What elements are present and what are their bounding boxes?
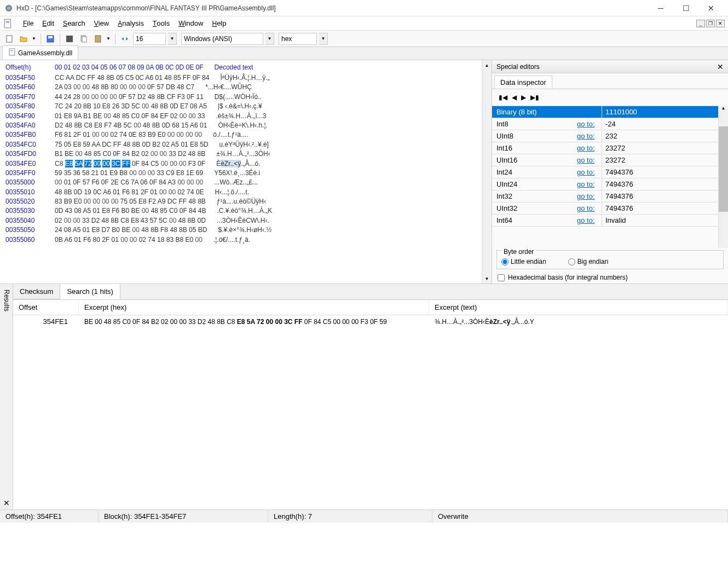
cut-button[interactable] (63, 33, 76, 45)
goto-link[interactable]: go to: (577, 192, 602, 200)
hex-basis-checkbox[interactable]: Hexadecimal basis (for integral numbers) (492, 271, 728, 284)
menu-view[interactable]: View (90, 17, 114, 30)
inspector-row[interactable]: UInt16go to:23272 (492, 154, 718, 166)
save-button[interactable] (44, 33, 56, 45)
menu-analysis[interactable]: Analysis (113, 17, 148, 30)
open-button[interactable] (18, 33, 30, 45)
document-tab[interactable]: GameAssembly.dll (2, 45, 78, 60)
checksum-tab[interactable]: Checksum (13, 284, 60, 299)
little-endian-radio[interactable]: Little endian (501, 258, 546, 265)
prev-button[interactable]: ◀ (512, 94, 517, 101)
inspector-row[interactable]: Int64go to:Invalid (492, 215, 718, 227)
search-results-tab[interactable]: Search (1 hits) (60, 284, 120, 299)
menu-search[interactable]: Search (59, 17, 90, 30)
inspector-nav: ▮◀ ◀ ▶ ▶▮ (492, 89, 728, 106)
charset-select[interactable] (181, 33, 263, 45)
inspector-row[interactable]: Binary (8 bit)11101000 (492, 106, 718, 118)
big-endian-radio[interactable]: Big endian (568, 258, 609, 265)
inspector-row[interactable]: Int16go to:23272 (492, 142, 718, 154)
hex-row[interactable]: 0035502083 B9 E0 00 00 00 00 75 05 E8 F2… (5, 197, 482, 206)
menu-edit[interactable]: Edit (38, 17, 59, 30)
inspector-close-button[interactable]: ✕ (717, 62, 724, 71)
close-button[interactable]: ✕ (698, 0, 724, 16)
paste-dropdown[interactable]: ▼ (106, 36, 112, 41)
hex-row[interactable]: 0035501048 8B 0D 19 0C A6 01 F6 81 2F 01… (5, 188, 482, 197)
goto-link[interactable]: go to: (577, 216, 602, 224)
result-hex: BE 00 48 85 C0 0F 84 B2 02 00 00 33 D2 4… (79, 315, 429, 328)
next-button[interactable]: ▶ (521, 94, 526, 101)
results-header-text[interactable]: Excerpt (text) (429, 300, 728, 315)
inspector-row[interactable]: Int8go to:-24 (492, 118, 718, 130)
results-sidebar: Results ✕ (0, 284, 13, 510)
hex-scrollbar[interactable]: ▲ ▼ (482, 60, 492, 284)
hex-row[interactable]: 00354FD0B1 BE 00 48 85 C0 0F 84 B2 02 00… (5, 149, 482, 159)
paste-button[interactable] (92, 33, 104, 45)
mdi-close-button[interactable]: ✕ (716, 20, 725, 27)
hex-row[interactable]: 00354F602A 03 00 00 48 8B 80 00 00 00 0F… (5, 83, 482, 92)
bytes-per-row-input[interactable] (133, 33, 166, 45)
hex-rows[interactable]: 00354F50CC AA DC FF 48 8B 05 C5 0C A6 01… (5, 73, 482, 245)
results-row[interactable]: 354FE1 BE 00 48 85 C0 0F 84 B2 02 00 00 … (13, 315, 728, 328)
results-close-button[interactable]: ✕ (3, 499, 10, 507)
number-base-dropdown[interactable]: ▼ (319, 33, 328, 45)
inspector-scrollbar[interactable]: ▲ (718, 106, 728, 248)
hex-row[interactable]: 00354FB0F6 81 2F 01 00 00 02 74 0E 83 B9… (5, 130, 482, 140)
menu-tools[interactable]: Tools (148, 17, 174, 30)
scroll-up-button[interactable]: ▲ (482, 60, 492, 70)
goto-link[interactable]: go to: (577, 168, 602, 176)
scroll-down-button[interactable]: ▼ (482, 274, 492, 284)
goto-link[interactable]: go to: (577, 120, 602, 128)
inspector-row[interactable]: Int24go to:7494376 (492, 166, 718, 178)
hex-row[interactable]: 00354FE0C8 E8 5A 72 00 00 3C FF 0F 84 C5… (5, 159, 482, 169)
hex-editor[interactable]: Offset(h) 00 01 02 03 04 05 06 07 08 09 … (0, 60, 482, 284)
data-inspector-tab[interactable]: Data inspector (494, 76, 552, 89)
svg-rect-3 (6, 21, 10, 21)
inspector-row[interactable]: UInt8go to:232 (492, 130, 718, 142)
goto-link[interactable]: go to: (577, 204, 602, 212)
byte-order-label: Byte order (501, 248, 536, 256)
last-button[interactable]: ▶▮ (530, 94, 539, 101)
menu-window[interactable]: Window (174, 17, 207, 30)
results-header-offset[interactable]: Offset (13, 300, 79, 315)
copy-button[interactable] (78, 33, 90, 45)
svg-rect-8 (66, 36, 73, 42)
results-list[interactable]: Offset Excerpt (hex) Excerpt (text) 354F… (13, 300, 728, 510)
hex-row[interactable]: 003550300D 43 08 A5 01 E8 F6 B0 BE 00 48… (5, 206, 482, 216)
menu-help[interactable]: Help (207, 17, 230, 30)
inspector-row[interactable]: Int32go to:7494376 (492, 190, 718, 203)
hex-row[interactable]: 0035500000 01 0F 57 F6 0F 2E C6 7A 06 0F… (5, 178, 482, 187)
app-icon (4, 4, 13, 13)
hex-row[interactable]: 0035505024 08 A5 01 E8 D7 B0 BE 00 48 8B… (5, 225, 482, 235)
hex-row[interactable]: 00354F9001 E8 9A B1 BE 00 48 85 C0 0F 84… (5, 112, 482, 121)
charset-dropdown[interactable]: ▼ (265, 33, 274, 45)
hex-row[interactable]: 00354FF059 35 36 58 21 01 E9 B8 00 00 00… (5, 169, 482, 178)
hex-row[interactable]: 00354F807C 24 20 8B 10 E8 26 3D 5C 00 48… (5, 102, 482, 111)
goto-link[interactable]: go to: (577, 180, 602, 188)
column-header: 00 01 02 03 04 05 06 07 08 09 0A 0B 0C 0… (55, 63, 204, 71)
hex-row[interactable]: 0035504002 00 00 33 D2 48 8B C8 E8 43 57… (5, 216, 482, 225)
hex-row[interactable]: 003550600B A6 01 F6 80 2F 01 00 00 02 74… (5, 235, 482, 245)
results-header-hex[interactable]: Excerpt (hex) (79, 300, 429, 315)
svg-rect-10 (82, 37, 86, 42)
hex-row[interactable]: 00354FC075 05 E8 59 AA DC FF 48 8B 0D B2… (5, 140, 482, 149)
inspector-row[interactable]: UInt24go to:7494376 (492, 178, 718, 190)
hex-row[interactable]: 00354FA0D2 48 8B C8 E8 F7 4B 5C 00 48 8B… (5, 121, 482, 130)
inspector-table[interactable]: Binary (8 bit)11101000Int8go to:-24UInt8… (492, 106, 718, 248)
goto-link[interactable]: go to: (577, 144, 602, 152)
inspector-row[interactable]: UInt32go to:7494376 (492, 203, 718, 215)
menu-file[interactable]: File (19, 17, 38, 30)
mdi-restore-button[interactable]: ❐ (706, 20, 715, 27)
maximize-button[interactable]: ☐ (673, 0, 698, 16)
svg-point-1 (7, 7, 10, 10)
mdi-minimize-button[interactable]: _ (696, 20, 705, 27)
goto-link[interactable]: go to: (577, 132, 602, 140)
number-base-select[interactable] (279, 33, 317, 45)
first-button[interactable]: ▮◀ (499, 94, 507, 101)
new-button[interactable] (3, 33, 15, 45)
goto-link[interactable]: go to: (577, 156, 602, 164)
bytes-per-row-dropdown[interactable]: ▼ (168, 33, 177, 45)
hex-row[interactable]: 00354F50CC AA DC FF 48 8B 05 C5 0C A6 01… (5, 73, 482, 83)
minimize-button[interactable]: ─ (648, 0, 673, 16)
open-dropdown[interactable]: ▼ (32, 36, 37, 41)
hex-row[interactable]: 00354F7044 24 28 00 00 00 00 0F 57 D2 48… (5, 92, 482, 102)
